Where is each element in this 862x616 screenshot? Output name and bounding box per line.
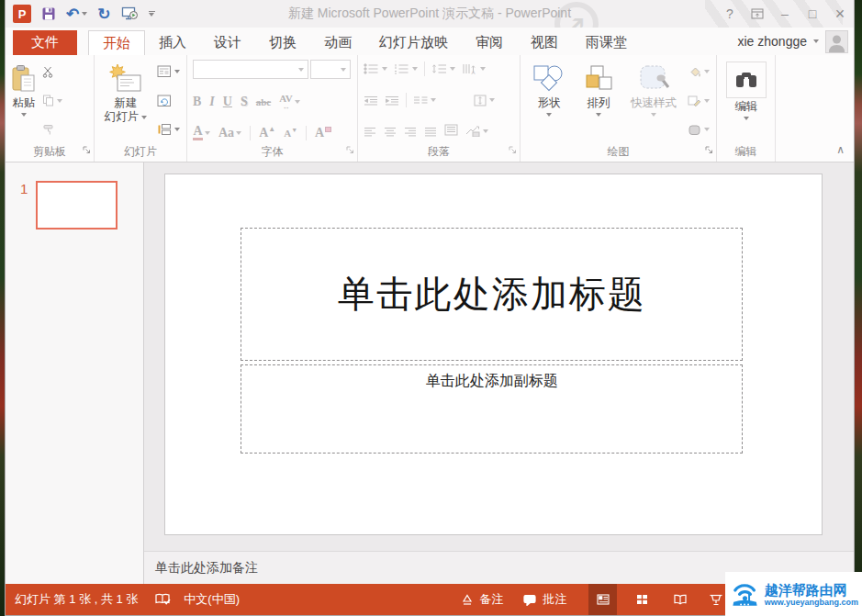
shape-fill-button[interactable] (688, 62, 710, 81)
decrease-indent-button[interactable] (364, 91, 378, 109)
shapes-dropdown-icon[interactable] (546, 113, 552, 117)
spellcheck-button[interactable] (154, 593, 171, 606)
language-indicator[interactable]: 中文(中国) (184, 591, 240, 608)
format-painter-button[interactable] (42, 120, 62, 139)
align-center-icon[interactable] (384, 127, 397, 137)
slide-thumbnail[interactable] (36, 181, 118, 230)
start-slideshow-icon[interactable] (121, 6, 139, 21)
notes-toggle-button[interactable]: 备注 (461, 591, 503, 608)
clear-formatting-button[interactable]: A (315, 127, 331, 140)
shapes-button[interactable]: 形状 (526, 60, 572, 144)
title-placeholder[interactable]: 单击此处添加标题 (241, 228, 743, 361)
powerpoint-app-icon[interactable]: P (13, 5, 31, 23)
tab-视图[interactable]: 视图 (517, 30, 572, 55)
minimize-button[interactable]: – (771, 0, 799, 28)
new-slide-button[interactable]: 新建 幻灯片 (100, 60, 151, 144)
copy-button[interactable] (42, 92, 62, 110)
shape-outline-button[interactable] (688, 92, 710, 110)
tab-动画[interactable]: 动画 (310, 30, 365, 55)
paste-dropdown-icon[interactable] (21, 113, 27, 117)
increase-indent-button[interactable] (385, 91, 399, 109)
group-paragraph: A (358, 55, 521, 162)
save-icon[interactable] (41, 6, 56, 21)
section-button[interactable] (157, 120, 180, 139)
ribbon-display-options-button[interactable] (744, 0, 771, 28)
font-dialog-launcher-icon[interactable] (346, 143, 354, 158)
bullets-button[interactable] (364, 60, 387, 78)
justify-icon[interactable] (424, 127, 437, 137)
clipboard-dialog-launcher-icon[interactable] (83, 143, 91, 158)
align-text-button[interactable] (474, 91, 495, 109)
editing-button[interactable]: 编辑 (726, 60, 767, 144)
editing-dropdown-icon[interactable] (744, 117, 749, 120)
normal-view-button[interactable] (588, 584, 617, 615)
strikethrough-button[interactable]: abc (256, 97, 272, 107)
slide-canvas[interactable]: 单击此处添加标题 单击此处添加副标题 (164, 174, 823, 535)
tab-设计[interactable]: 设计 (200, 30, 255, 55)
group-label-slides: 幻灯片 (124, 145, 157, 158)
underline-button[interactable]: U (223, 95, 232, 108)
change-case-button[interactable]: Aa (218, 127, 241, 140)
format-painter-icon (42, 124, 54, 136)
new-slide-dropdown-icon[interactable] (141, 116, 147, 119)
shape-effects-button[interactable] (688, 120, 710, 139)
bullets-icon (364, 63, 379, 74)
font-name-combobox[interactable] (193, 60, 308, 79)
maximize-button[interactable]: □ (799, 0, 826, 28)
grow-font-button[interactable]: A▲ (259, 126, 275, 140)
router-wifi-icon (731, 577, 760, 611)
text-direction-button[interactable]: A (462, 60, 486, 78)
title-bar: ➔ P ↶ ↻ 新建 Micr (6, 0, 854, 28)
reset-slide-button[interactable] (157, 92, 180, 110)
tab-插入[interactable]: 插入 (145, 30, 200, 55)
customize-qat-icon[interactable] (149, 11, 155, 17)
font-color-button[interactable]: A (193, 125, 210, 140)
quick-styles-dropdown-icon[interactable] (651, 113, 656, 117)
align-right-icon[interactable] (404, 127, 417, 137)
undo-dropdown-icon[interactable] (82, 12, 87, 16)
avatar[interactable] (825, 30, 848, 53)
text-shadow-button[interactable]: S (241, 95, 248, 108)
bold-button[interactable]: B (193, 95, 201, 108)
tab-切换[interactable]: 切换 (255, 30, 310, 55)
comments-toggle-button[interactable]: 批注 (523, 591, 566, 608)
distributed-button[interactable] (444, 123, 458, 140)
font-size-combobox[interactable] (310, 60, 351, 79)
cut-button[interactable] (42, 62, 62, 81)
quick-styles-button[interactable]: 快速样式 (625, 60, 682, 144)
account-dropdown-icon[interactable] (813, 39, 819, 43)
align-left-icon[interactable] (364, 127, 376, 137)
group-clipboard: 粘贴 剪贴板 (6, 55, 95, 162)
slide-sorter-view-button[interactable] (628, 584, 656, 615)
convert-smartart-button[interactable] (465, 122, 488, 140)
arrange-dropdown-icon[interactable] (596, 113, 601, 117)
subtitle-placeholder[interactable]: 单击此处添加副标题 (241, 364, 743, 454)
tab-开始[interactable]: 开始 (88, 30, 145, 55)
layout-button[interactable] (157, 62, 180, 81)
drawing-dialog-launcher-icon[interactable] (705, 143, 713, 158)
numbering-button[interactable] (394, 60, 418, 78)
help-button[interactable]: ? (716, 0, 744, 28)
arrange-button[interactable]: 排列 (576, 60, 621, 144)
close-button[interactable]: × (826, 0, 854, 28)
paragraph-dialog-launcher-icon[interactable] (509, 143, 517, 158)
group-label-font: 字体 (262, 145, 284, 158)
group-drawing: 形状 排列 (521, 55, 717, 162)
character-spacing-button[interactable]: AV↔ (279, 94, 299, 111)
slide-count-indicator[interactable]: 幻灯片 第 1 张 , 共 1 张 (15, 591, 138, 608)
italic-button[interactable]: I (209, 95, 214, 108)
copy-icon (42, 95, 54, 106)
tab-幻灯片放映[interactable]: 幻灯片放映 (365, 30, 462, 55)
paste-button[interactable]: 粘贴 (11, 60, 37, 144)
tab-file[interactable]: 文件 (13, 30, 77, 55)
redo-icon[interactable]: ↻ (97, 6, 110, 22)
tab-雨课堂[interactable]: 雨课堂 (572, 30, 641, 55)
line-spacing-button[interactable] (431, 60, 455, 78)
undo-button[interactable]: ↶ (66, 6, 87, 22)
shrink-font-button[interactable]: A▼ (284, 128, 297, 139)
collapse-ribbon-button[interactable]: ∧ (836, 143, 845, 156)
reading-view-button[interactable] (666, 584, 694, 615)
tab-审阅[interactable]: 审阅 (462, 30, 517, 55)
account-area[interactable]: xie zhongge (737, 28, 854, 55)
columns-button[interactable] (413, 91, 436, 109)
